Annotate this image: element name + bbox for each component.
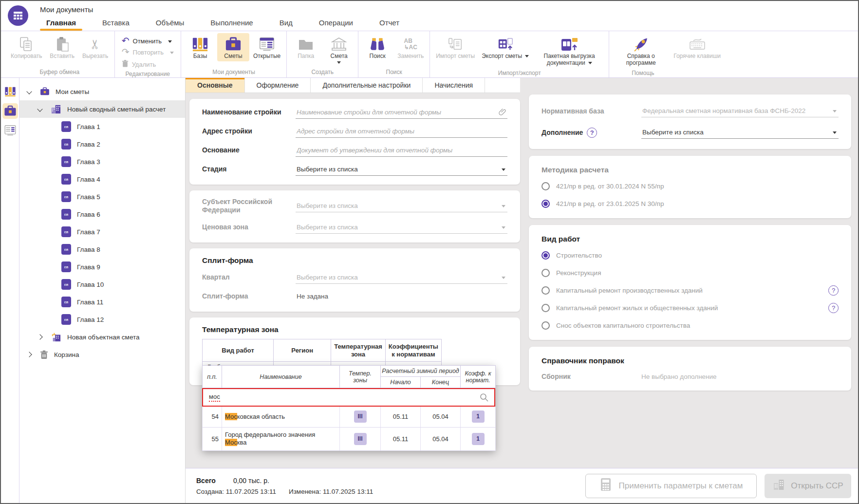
import-estimate-button[interactable]: Импорт сметы bbox=[433, 33, 478, 61]
about-button[interactable]: Справка о программе bbox=[612, 33, 670, 68]
work-type-residential-repair[interactable]: Капитальный ремонт жилых и общественных … bbox=[542, 299, 839, 317]
apply-parameters-button[interactable]: Применить параметры к сметам bbox=[585, 474, 757, 498]
folder-button[interactable]: Папка bbox=[290, 33, 322, 61]
menu-tab-view[interactable]: Вид bbox=[266, 16, 306, 31]
tab-accruals[interactable]: Начисления bbox=[423, 78, 485, 93]
replace-icon: AB↳AC bbox=[404, 36, 417, 53]
radio-icon[interactable] bbox=[542, 182, 550, 190]
radio-selected-icon[interactable] bbox=[542, 251, 550, 260]
split-form-card: Сплит-форма Квартал Выберите из списка С… bbox=[189, 248, 520, 312]
export-estimate-button[interactable]: Экспорт сметы bbox=[479, 33, 532, 61]
methodology-title: Методика расчета bbox=[542, 162, 839, 177]
tree-item-object-estimate[interactable]: Новая объектная смета bbox=[19, 328, 185, 346]
quarter-select[interactable]: Выберите из списка bbox=[296, 271, 507, 284]
work-type-demolition[interactable]: Снос объектов капитального строительства bbox=[542, 317, 839, 334]
bases-button[interactable]: Базы bbox=[184, 33, 216, 61]
chapter-icon bbox=[61, 174, 71, 185]
replace-button[interactable]: AB↳AC Заменить bbox=[394, 33, 427, 61]
addition-select[interactable]: Выберите из списка bbox=[641, 126, 839, 139]
basis-input[interactable] bbox=[296, 144, 507, 157]
menu-tab-execution[interactable]: Выполнение bbox=[197, 16, 266, 31]
tree-item-summary-estimate[interactable]: Новый сводный сметный расчет bbox=[19, 100, 185, 118]
methodology-option-1[interactable]: 421/пр в ред. от 30.01.2024 N 55/пр bbox=[542, 177, 839, 195]
tree-item-chapter-1[interactable]: Глава 1 bbox=[19, 118, 185, 135]
region-row-55[interactable]: 55 Город федерального значенияМосква III… bbox=[203, 427, 496, 450]
tree-item-chapter-12[interactable]: Глава 12 bbox=[19, 311, 185, 328]
help-icon[interactable] bbox=[828, 285, 839, 296]
undo-button[interactable]: ↶ Отменить bbox=[122, 37, 174, 45]
tab-formatting[interactable]: Оформление bbox=[245, 78, 311, 93]
cut-button[interactable]: ✂ Вырезать bbox=[79, 33, 112, 61]
tab-additional-settings[interactable]: Дополнительные настройки bbox=[311, 78, 423, 93]
radio-icon[interactable] bbox=[542, 286, 550, 295]
radio-icon[interactable] bbox=[542, 304, 550, 312]
rail-bases-button[interactable] bbox=[2, 84, 18, 99]
tree-item-chapter-9[interactable]: Глава 9 bbox=[19, 258, 185, 276]
region-row-54[interactable]: 54 Московская область III 05.11 05.04 1 bbox=[203, 407, 496, 427]
tree-item-chapter-4[interactable]: Глава 4 bbox=[19, 170, 185, 188]
delete-button[interactable]: Удалить bbox=[122, 59, 174, 69]
subject-select[interactable]: Выберите из списка bbox=[296, 200, 507, 212]
chevron-right-icon[interactable] bbox=[26, 352, 32, 357]
copy-button[interactable]: Копировать bbox=[8, 33, 45, 61]
methodology-option-2[interactable]: 421/пр в ред. от 23.01.2025 N 30/пр bbox=[542, 195, 839, 212]
chapter-icon bbox=[61, 297, 71, 307]
estimates-button[interactable]: Сметы bbox=[217, 33, 249, 61]
normative-base-select[interactable]: Федеральная сметная нормативная база ФСН… bbox=[641, 105, 839, 117]
menu-tab-report[interactable]: Отчет bbox=[366, 16, 412, 31]
paperclip-icon[interactable] bbox=[499, 108, 506, 118]
help-icon[interactable] bbox=[828, 303, 839, 313]
search-button[interactable]: Поиск bbox=[361, 33, 393, 61]
menu-tab-volumes[interactable]: Объёмы bbox=[143, 16, 198, 31]
corrections-card: Справочник поправок Сборник Не выбрано д… bbox=[529, 347, 851, 391]
chevron-down-icon bbox=[502, 277, 505, 281]
hotkeys-button[interactable]: Горячие клавиши bbox=[671, 33, 724, 61]
construction-address-input[interactable] bbox=[296, 125, 507, 138]
tree-item-trash[interactable]: Корзина bbox=[19, 346, 185, 363]
tree-item-chapter-10[interactable]: Глава 10 bbox=[19, 276, 185, 293]
paste-button[interactable]: Вставить bbox=[46, 33, 78, 61]
search-icon[interactable] bbox=[480, 393, 488, 402]
menu-tab-operations[interactable]: Операции bbox=[306, 16, 366, 31]
chevron-down-icon[interactable] bbox=[26, 89, 32, 94]
work-type-industrial-repair[interactable]: Капитальный ремонт производственных здан… bbox=[542, 281, 839, 299]
work-type-reconstruction[interactable]: Реконструкция bbox=[542, 264, 839, 281]
tree-item-chapter-8[interactable]: Глава 8 bbox=[19, 241, 185, 258]
tree-item-chapter-11[interactable]: Глава 11 bbox=[19, 293, 185, 311]
tree-item-chapter-3[interactable]: Глава 3 bbox=[19, 153, 185, 170]
menu-tab-main[interactable]: Главная bbox=[33, 16, 89, 31]
menu-tab-insert[interactable]: Вставка bbox=[89, 16, 143, 31]
chevron-down-icon bbox=[502, 205, 505, 209]
price-zone-select[interactable]: Выберите из списка bbox=[296, 221, 507, 234]
undo-dropdown-caret[interactable] bbox=[168, 40, 172, 45]
tree-item-chapter-5[interactable]: Глава 5 bbox=[19, 188, 185, 205]
radio-icon[interactable] bbox=[542, 321, 550, 330]
batch-export-button[interactable]: Пакетная выгрузка документации bbox=[533, 33, 606, 68]
radio-selected-icon[interactable] bbox=[542, 200, 550, 208]
open-ssr-button[interactable]: Открыть ССР bbox=[765, 474, 851, 498]
stage-select[interactable]: Выберите из списка bbox=[296, 163, 507, 176]
tab-main-settings[interactable]: Основные bbox=[186, 78, 245, 93]
chevron-down-icon bbox=[833, 110, 837, 114]
tree-item-chapter-2[interactable]: Глава 2 bbox=[19, 135, 185, 153]
tree-item-chapter-6[interactable]: Глава 6 bbox=[19, 205, 185, 223]
rail-opened-button[interactable] bbox=[2, 123, 18, 138]
redo-button[interactable]: ↷ Повторить bbox=[122, 48, 174, 56]
tree-item-my-estimates[interactable]: Мои сметы bbox=[19, 83, 185, 100]
opened-button[interactable]: Открытые bbox=[250, 33, 283, 61]
chevron-down-icon[interactable] bbox=[37, 106, 42, 112]
radio-icon[interactable] bbox=[542, 269, 550, 277]
construction-name-input[interactable] bbox=[296, 106, 507, 119]
help-icon[interactable] bbox=[587, 128, 597, 138]
batch-export-dropdown-caret[interactable] bbox=[588, 62, 592, 66]
work-type-card: Вид работ Строительство Реконструкция Ка… bbox=[529, 225, 851, 340]
new-estimate-button[interactable]: Смета bbox=[323, 33, 355, 66]
region-search-input[interactable]: мос bbox=[202, 388, 495, 407]
export-dropdown-caret[interactable] bbox=[525, 55, 529, 59]
tree-item-chapter-7[interactable]: Глава 7 bbox=[19, 223, 185, 241]
rail-estimates-button[interactable] bbox=[2, 103, 18, 119]
new-estimate-dropdown-caret[interactable] bbox=[337, 61, 341, 66]
work-type-construction[interactable]: Строительство bbox=[542, 246, 839, 264]
redo-dropdown-caret[interactable] bbox=[170, 52, 174, 56]
chevron-right-icon[interactable] bbox=[37, 334, 42, 339]
